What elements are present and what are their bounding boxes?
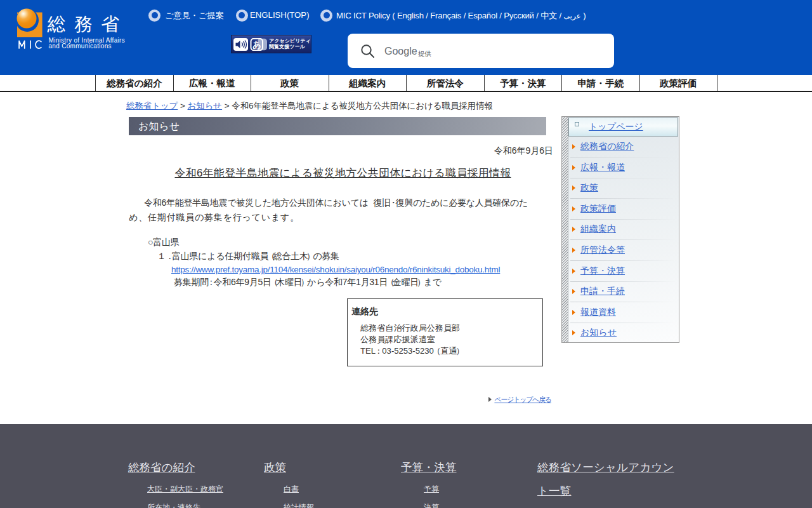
- svg-text:あ: あ: [252, 40, 261, 50]
